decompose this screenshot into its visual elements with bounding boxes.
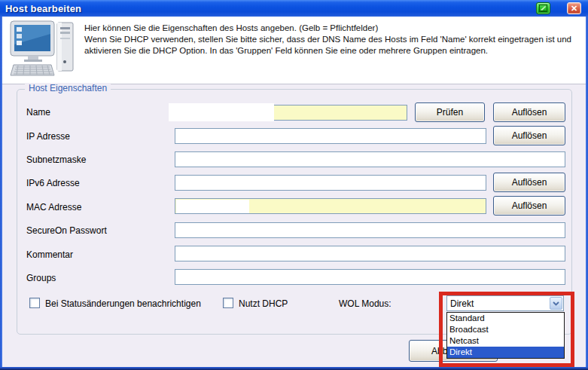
wol-option-direkt[interactable]: Direkt: [447, 347, 564, 358]
resolve-ipv6-button[interactable]: Auflösen: [493, 173, 565, 192]
green-app-icon: [539, 5, 547, 12]
mac-redaction-overlay: [176, 200, 249, 213]
titlebar: Host bearbeiten ✕: [0, 0, 588, 17]
dhcp-checkbox[interactable]: [223, 298, 233, 308]
groupbox-title: Host Eigenschaften: [25, 83, 111, 93]
notify-checkbox[interactable]: [29, 298, 40, 308]
resolve-ip-button[interactable]: Auflösen: [493, 126, 565, 145]
wol-option-broadcast[interactable]: Broadcast: [447, 324, 564, 335]
wol-option-standard[interactable]: Standard: [447, 313, 564, 324]
host-edit-dialog: Host bearbeiten ✕: [0, 0, 588, 370]
secureon-label: SecureOn Passwort: [26, 225, 107, 236]
name-label: Name: [26, 107, 50, 118]
dhcp-checkbox-label: Nutzt DHCP: [239, 298, 288, 309]
ip-input[interactable]: [175, 128, 486, 144]
chevron-down-icon[interactable]: [550, 297, 562, 310]
header-line2: Wenn Sie DHCP verwenden, stellen Sie bit…: [84, 34, 588, 57]
header-banner: Hier können Sie die Eigenschaften des Ho…: [2, 17, 586, 84]
name-redaction-overlay: [169, 103, 274, 121]
computer-icon: [9, 20, 75, 83]
comment-input[interactable]: [175, 246, 565, 261]
window-border-left: [0, 17, 2, 370]
wol-mode-label: WOL Modus:: [339, 298, 391, 309]
ipv6-input[interactable]: [175, 175, 486, 191]
wol-mode-dropdown-list: Standard Broadcast Netcast Direkt: [446, 312, 565, 359]
comment-label: Kommentar: [26, 249, 73, 260]
wol-mode-select[interactable]: Direkt: [446, 295, 564, 311]
wol-option-netcast[interactable]: Netcast: [447, 335, 564, 347]
resolve-mac-button[interactable]: Auflösen: [493, 196, 565, 216]
ipv6-label: IPv6 Adresse: [26, 178, 80, 188]
groups-label: Groups: [26, 273, 56, 283]
subnet-label: Subnetzmaske: [26, 154, 86, 165]
window-title: Host bearbeiten: [0, 3, 81, 14]
subnet-input[interactable]: [175, 151, 565, 167]
groups-input[interactable]: [175, 269, 565, 285]
wol-mode-value: Direkt: [450, 298, 474, 309]
header-line1: Hier können Sie die Eigenschaften des Ho…: [84, 23, 588, 34]
green-app-button[interactable]: [536, 2, 550, 14]
check-button[interactable]: Prüfen: [415, 102, 485, 122]
ip-label: IP Adresse: [26, 131, 70, 142]
resolve-name-button[interactable]: Auflösen: [493, 102, 565, 122]
notify-checkbox-label: Bei Statusänderungen benachrichtigen: [45, 298, 201, 309]
secureon-input[interactable]: [175, 222, 565, 238]
close-button[interactable]: ✕: [567, 2, 581, 14]
window-border-bottom: [0, 367, 588, 370]
mac-label: MAC Adresse: [26, 202, 81, 213]
close-icon: ✕: [571, 5, 577, 13]
header-instructions: Hier können Sie die Eigenschaften des Ho…: [84, 23, 588, 57]
